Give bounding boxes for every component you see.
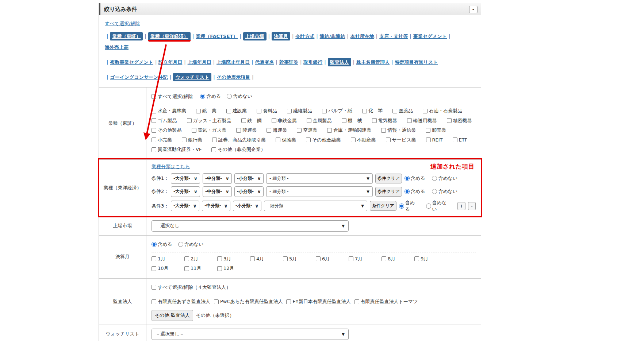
- checkbox[interactable]: [184, 266, 189, 271]
- listing-market-select[interactable]: －選択なし－ ▼: [152, 220, 349, 232]
- industry-checkbox-item[interactable]: 電気・ガス業: [192, 127, 227, 134]
- month-checkbox-item[interactable]: 3月: [217, 255, 250, 263]
- checkbox[interactable]: [354, 299, 359, 304]
- industry-checkbox-item[interactable]: ガラス・土石製品: [187, 117, 231, 124]
- collapse-button[interactable]: -: [469, 6, 478, 13]
- quick-link[interactable]: 上場廃止年月日: [216, 59, 250, 65]
- checkbox[interactable]: [362, 109, 367, 113]
- industry-checkbox-item[interactable]: 陸運業: [236, 127, 257, 134]
- toyo-exclude-radio-input[interactable]: [426, 204, 431, 209]
- checkbox[interactable]: [217, 256, 222, 261]
- audit-select-all-checkbox[interactable]: [152, 285, 156, 290]
- toyo-exclude-radio[interactable]: 含めない: [426, 199, 451, 213]
- checkbox[interactable]: [286, 299, 291, 304]
- industry-checkbox-item[interactable]: REIT: [426, 136, 443, 144]
- toyo-exclude-radio[interactable]: 含めない: [432, 175, 457, 182]
- toyo-exclude-radio-input[interactable]: [432, 176, 437, 181]
- checkbox[interactable]: [152, 299, 156, 304]
- toyo-include-radio-input[interactable]: [405, 189, 410, 194]
- middle-category-select[interactable]: -中分類-∨: [202, 201, 230, 211]
- quick-link-active[interactable]: 業種（東証）: [110, 32, 143, 40]
- major-category-select[interactable]: -大分類-∨: [171, 173, 200, 184]
- quick-link[interactable]: 幹事証券: [279, 59, 298, 65]
- minor-category-select[interactable]: -小分類-∨: [234, 173, 264, 184]
- quick-link[interactable]: ゴーイングコンサーン注記: [110, 74, 168, 80]
- industry-checkbox-item[interactable]: ETF: [453, 136, 468, 144]
- checkbox[interactable]: [236, 128, 241, 133]
- quick-link[interactable]: 支店・支社等: [379, 34, 408, 39]
- industry-checkbox-item[interactable]: 医薬品: [392, 107, 413, 115]
- tse-exclude-radio-item[interactable]: 含めない: [227, 93, 252, 100]
- quick-link[interactable]: 連結/非連結: [320, 34, 345, 39]
- industry-checkbox-item[interactable]: 保険業: [276, 136, 296, 144]
- month-include-radio-item[interactable]: 含める: [152, 241, 172, 248]
- industry-checkbox-item[interactable]: 鉱 業: [196, 107, 216, 115]
- checkbox[interactable]: [423, 109, 428, 113]
- quick-link[interactable]: 会計方式: [295, 34, 314, 39]
- middle-category-select[interactable]: -中分類-∨: [203, 186, 232, 197]
- checkbox[interactable]: [283, 256, 288, 261]
- checkbox[interactable]: [217, 266, 222, 271]
- checkbox[interactable]: [152, 147, 156, 152]
- quick-link[interactable]: 取引銀行: [303, 59, 322, 65]
- industry-checkbox-item[interactable]: 食料品: [257, 107, 277, 115]
- checkbox[interactable]: [342, 118, 346, 123]
- major-category-select[interactable]: -大分類-∨: [171, 186, 200, 197]
- add-condition-button[interactable]: +: [457, 202, 465, 210]
- detail-category-select[interactable]: - 細分類 -▼: [264, 201, 367, 211]
- checkbox[interactable]: [152, 256, 156, 261]
- month-checkbox-item[interactable]: 2月: [184, 255, 217, 263]
- industry-checkbox-item[interactable]: 非鉄金属: [272, 117, 297, 124]
- industry-classification-link[interactable]: 業種分類はこちら: [152, 163, 190, 170]
- industry-checkbox-item[interactable]: 小売業: [152, 136, 172, 144]
- checkbox[interactable]: [287, 109, 292, 113]
- condition-clear-button[interactable]: 条件クリア: [370, 201, 396, 211]
- checkbox[interactable]: [453, 137, 457, 142]
- checkbox[interactable]: [241, 118, 246, 123]
- month-checkbox-item[interactable]: 11月: [184, 265, 217, 272]
- industry-checkbox-item[interactable]: 卸売業: [426, 127, 446, 134]
- industry-checkbox-item[interactable]: 空運業: [297, 127, 317, 134]
- checkbox[interactable]: [272, 118, 276, 123]
- industry-checkbox-item[interactable]: その他金融業: [306, 136, 341, 144]
- quick-link[interactable]: 事業セグメント: [413, 34, 447, 39]
- checkbox[interactable]: [152, 109, 156, 113]
- checkbox[interactable]: [267, 128, 271, 133]
- checkbox[interactable]: [426, 128, 430, 133]
- quick-link[interactable]: 業種（FACTSET）: [196, 34, 238, 39]
- quick-link[interactable]: 株主名簿管理人: [356, 59, 390, 65]
- month-exclude-radio-item[interactable]: 含めない: [178, 241, 204, 248]
- quick-link[interactable]: 特定項目有無リスト: [395, 59, 438, 65]
- checkbox[interactable]: [307, 118, 311, 123]
- industry-checkbox-item[interactable]: 海運業: [267, 127, 287, 134]
- industry-checkbox-item[interactable]: 電気機器: [372, 117, 397, 124]
- checkbox[interactable]: [426, 137, 431, 142]
- checkbox[interactable]: [214, 299, 219, 304]
- toyo-include-radio[interactable]: 含める: [399, 199, 419, 213]
- checkbox[interactable]: [382, 256, 386, 261]
- industry-checkbox-item[interactable]: 倉庫・運輸関連業: [327, 127, 371, 134]
- industry-checkbox-item[interactable]: その他製品: [152, 127, 182, 134]
- industry-checkbox-item[interactable]: 機 械: [342, 117, 362, 124]
- industry-checkbox-item[interactable]: 化 学: [362, 107, 383, 115]
- checkbox[interactable]: [392, 109, 397, 113]
- quick-link[interactable]: その他表示項目: [217, 74, 250, 80]
- watchlist-select[interactable]: －選択無し－ ▼: [152, 329, 349, 340]
- month-exclude-radio[interactable]: [178, 242, 183, 247]
- industry-checkbox-item[interactable]: 銀行業: [182, 136, 202, 144]
- tse-exclude-radio[interactable]: [227, 94, 232, 99]
- checkbox[interactable]: [297, 128, 302, 133]
- quick-link[interactable]: 本社所在地: [350, 34, 374, 39]
- tse-include-radio-item[interactable]: 含める: [200, 93, 221, 100]
- major-category-select[interactable]: -大分類-∨: [171, 201, 199, 211]
- checkbox[interactable]: [386, 137, 391, 142]
- select-all-toggle-link[interactable]: すべて選択/解除: [105, 21, 140, 26]
- month-include-radio[interactable]: [152, 242, 157, 247]
- middle-category-select[interactable]: -中分類-∨: [203, 173, 232, 184]
- quick-link-active[interactable]: ウォッチリスト: [173, 73, 211, 81]
- detail-category-select[interactable]: - 細分類 -▼: [266, 186, 373, 197]
- industry-checkbox-item[interactable]: 証券、商品先物取引業: [212, 136, 266, 144]
- checkbox[interactable]: [381, 128, 386, 133]
- checkbox[interactable]: [257, 109, 261, 113]
- month-checkbox-item[interactable]: 1月: [152, 255, 184, 263]
